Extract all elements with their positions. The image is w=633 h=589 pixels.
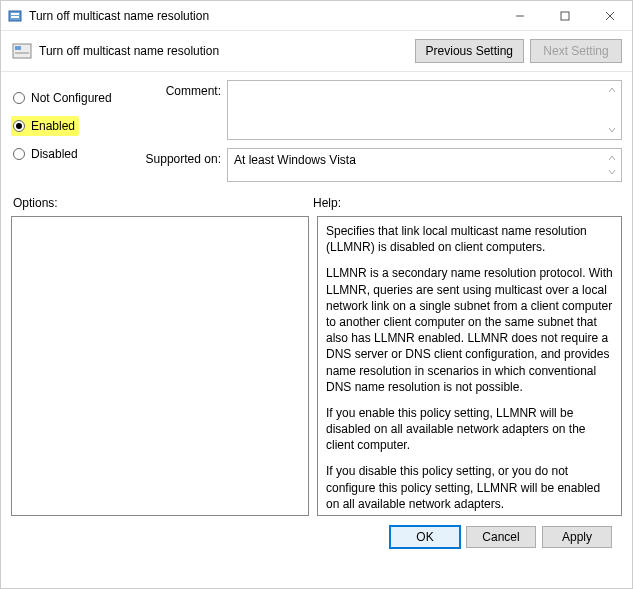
svg-rect-8 <box>15 46 21 50</box>
options-pane <box>11 216 309 516</box>
dialog-footer: OK Cancel Apply <box>11 516 622 548</box>
scroll-up-icon[interactable] <box>605 83 619 97</box>
header-row: Turn off multicast name resolution Previ… <box>11 39 622 63</box>
radio-enabled[interactable]: Enabled <box>11 116 79 136</box>
options-section-label: Options: <box>13 196 313 210</box>
minimize-button[interactable] <box>497 1 542 30</box>
radio-disabled[interactable]: Disabled <box>11 144 131 164</box>
radio-label: Enabled <box>31 119 75 133</box>
maximize-button[interactable] <box>542 1 587 30</box>
supported-on-value-box: At least Windows Vista <box>227 148 622 182</box>
title-bar: Turn off multicast name resolution <box>1 1 632 31</box>
svg-rect-4 <box>561 12 569 20</box>
scroll-up-icon[interactable] <box>605 151 619 165</box>
supported-on-label: Supported on: <box>141 148 221 166</box>
previous-setting-button[interactable]: Previous Setting <box>415 39 524 63</box>
radio-icon <box>13 92 25 104</box>
window-title: Turn off multicast name resolution <box>29 9 497 23</box>
apply-button[interactable]: Apply <box>542 526 612 548</box>
help-pane: Specifies that link local multicast name… <box>317 216 622 516</box>
radio-label: Not Configured <box>31 91 112 105</box>
radio-label: Disabled <box>31 147 78 161</box>
svg-rect-9 <box>15 52 29 54</box>
radio-not-configured[interactable]: Not Configured <box>11 88 131 108</box>
close-button[interactable] <box>587 1 632 30</box>
radio-icon <box>13 148 25 160</box>
state-radios: Not Configured Enabled Disabled <box>11 80 131 182</box>
cancel-button[interactable]: Cancel <box>466 526 536 548</box>
policy-icon <box>7 8 23 24</box>
next-setting-button: Next Setting <box>530 39 622 63</box>
help-paragraph: If you enable this policy setting, LLMNR… <box>326 405 613 454</box>
svg-rect-1 <box>11 13 19 15</box>
ok-button[interactable]: OK <box>390 526 460 548</box>
help-paragraph: LLMNR is a secondary name resolution pro… <box>326 265 613 395</box>
help-paragraph: Specifies that link local multicast name… <box>326 223 613 255</box>
comment-input[interactable] <box>227 80 622 140</box>
scroll-down-icon[interactable] <box>605 165 619 179</box>
help-section-label: Help: <box>313 196 341 210</box>
comment-label: Comment: <box>141 80 221 98</box>
supported-on-value: At least Windows Vista <box>234 153 356 167</box>
scroll-down-icon[interactable] <box>605 123 619 137</box>
policy-heading: Turn off multicast name resolution <box>39 44 409 58</box>
svg-rect-2 <box>11 16 19 18</box>
help-paragraph: If you disable this policy setting, or y… <box>326 463 613 512</box>
policy-object-icon <box>11 41 33 61</box>
radio-icon <box>13 120 25 132</box>
